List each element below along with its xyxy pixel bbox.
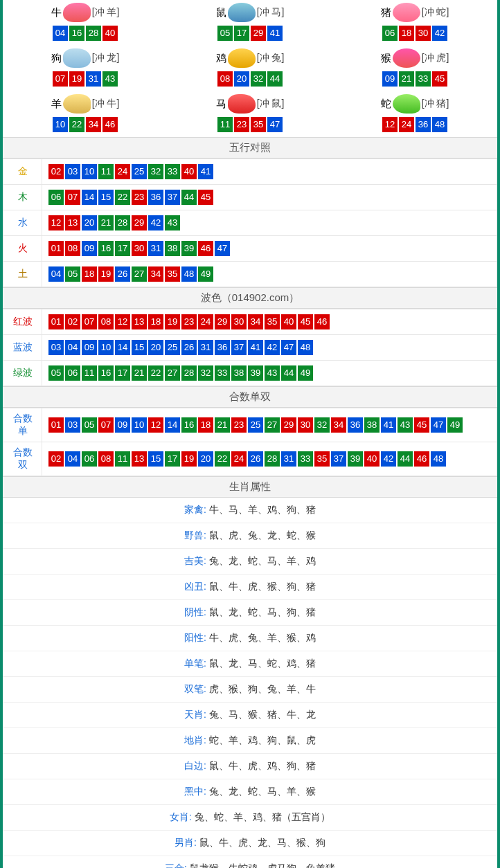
number-ball: 20 <box>82 215 97 230</box>
number-ball: 07 <box>98 417 114 433</box>
number-ball: 49 <box>198 266 213 282</box>
number-ball: 40 <box>281 314 296 329</box>
number-ball: 27 <box>265 417 280 433</box>
number-ball: 38 <box>231 365 247 381</box>
number-ball: 09 <box>115 417 130 433</box>
number-ball: 07 <box>65 190 80 205</box>
number-ball: 44 <box>398 451 413 467</box>
attribute-value: 鼠龙猴、牛蛇鸡、虎马狗、兔羊猪 <box>190 862 335 868</box>
number-ball: 26 <box>248 451 263 467</box>
number-ball: 24 <box>231 451 247 467</box>
number-ball: 35 <box>165 266 180 282</box>
number-ball: 27 <box>132 266 147 282</box>
number-ball: 06 <box>65 365 80 381</box>
number-ball: 42 <box>381 451 396 467</box>
zodiac-conflict: [冲 鼠] <box>257 98 285 110</box>
row-label: 土 <box>3 262 42 287</box>
attribute-value: 鼠、牛、虎、龙、马、猴、狗 <box>199 837 325 848</box>
attribute-row: 凶丑:鼠、牛、虎、猴、狗、猪 <box>3 575 497 600</box>
number-ball: 39 <box>348 451 363 467</box>
number-ball: 43 <box>102 71 118 87</box>
section-header-shuxing: 生肖属性 <box>3 476 497 498</box>
number-ball: 19 <box>98 266 114 282</box>
number-ball: 30 <box>231 314 247 329</box>
number-ball: 45 <box>298 314 313 329</box>
row-numbers: 06071415222336374445 <box>42 185 497 210</box>
number-ball: 41 <box>267 26 283 41</box>
number-ball: 45 <box>414 417 429 433</box>
number-ball: 42 <box>148 215 163 230</box>
number-ball: 10 <box>82 164 97 179</box>
zodiac-name: 蛇 <box>381 98 391 111</box>
number-ball: 12 <box>382 117 398 132</box>
zodiac-cell: 牛[冲 羊]04162840 <box>3 0 168 46</box>
zodiac-numbers: 07193143 <box>3 71 168 87</box>
attribute-label: 女肖: <box>170 811 192 822</box>
number-ball: 15 <box>148 451 163 467</box>
number-ball: 41 <box>198 164 213 179</box>
section-header-heshu: 合数单双 <box>3 386 497 408</box>
attribute-row: 阳性:牛、虎、兔、羊、猴、鸡 <box>3 626 497 651</box>
zodiac-cell: 马[冲 鼠]11233547 <box>168 91 332 137</box>
attribute-label: 三合: <box>165 862 187 868</box>
table-row: 红波0102070812131819232429303435404546 <box>3 309 497 335</box>
table-row: 火0108091617303138394647 <box>3 236 497 262</box>
number-ball: 03 <box>65 417 80 433</box>
zodiac-name: 鼠 <box>216 6 226 19</box>
number-ball: 28 <box>265 451 280 467</box>
number-ball: 41 <box>248 340 263 355</box>
number-ball: 47 <box>431 417 446 433</box>
number-ball: 37 <box>231 340 247 355</box>
number-ball: 36 <box>148 190 163 205</box>
number-ball: 36 <box>348 417 363 433</box>
table-row: 水1213202128294243 <box>3 210 497 236</box>
zodiac-name: 狗 <box>51 52 62 65</box>
zodiac-name: 猪 <box>381 6 391 19</box>
number-ball: 05 <box>217 26 233 41</box>
row-numbers: 05061116172122272832333839434449 <box>42 361 497 386</box>
number-ball: 43 <box>165 215 180 230</box>
number-ball: 26 <box>181 340 197 355</box>
row-numbers: 0103050709101214161821232527293032343638… <box>42 408 497 442</box>
zodiac-icon <box>393 94 420 114</box>
number-ball: 08 <box>217 71 233 87</box>
attribute-value: 兔、龙、蛇、马、羊、猴 <box>209 786 316 797</box>
number-ball: 04 <box>65 451 80 467</box>
number-ball: 06 <box>82 451 97 467</box>
zodiac-cell: 蛇[冲 猪]12243648 <box>332 91 497 137</box>
number-ball: 45 <box>198 190 213 205</box>
number-ball: 25 <box>165 340 180 355</box>
number-ball: 11 <box>98 164 114 179</box>
attribute-label: 凶丑: <box>184 581 206 592</box>
number-ball: 32 <box>148 164 163 179</box>
number-ball: 24 <box>198 314 213 329</box>
number-ball: 20 <box>234 71 249 87</box>
number-ball: 22 <box>215 451 230 467</box>
zodiac-numbers: 10223446 <box>3 116 168 133</box>
zodiac-name: 马 <box>216 98 226 111</box>
attribute-value: 牛、马、羊、鸡、狗、猪 <box>209 504 316 515</box>
number-ball: 23 <box>181 314 197 329</box>
attribute-list: 家禽:牛、马、羊、鸡、狗、猪野兽:鼠、虎、兔、龙、蛇、猴吉美:兔、龙、蛇、马、羊… <box>3 498 497 868</box>
number-ball: 32 <box>251 71 266 87</box>
number-ball: 19 <box>165 314 180 329</box>
attribute-row: 野兽:鼠、虎、兔、龙、蛇、猴 <box>3 523 497 549</box>
zodiac-icon <box>63 48 91 68</box>
attribute-value: 虎、猴、狗、兔、羊、牛 <box>209 683 316 694</box>
number-ball: 46 <box>198 241 213 256</box>
zodiac-cell: 鼠[冲 马]05172941 <box>168 0 332 46</box>
number-ball: 30 <box>132 241 147 256</box>
attribute-label: 阳性: <box>184 632 206 643</box>
row-numbers: 0204060811131517192022242628313335373940… <box>42 442 497 476</box>
number-ball: 42 <box>265 340 280 355</box>
number-ball: 09 <box>82 340 97 355</box>
attribute-value: 兔、龙、蛇、马、羊、鸡 <box>209 555 316 566</box>
attribute-label: 野兽: <box>184 530 206 541</box>
row-label: 绿波 <box>3 361 42 386</box>
number-ball: 15 <box>98 190 114 205</box>
number-ball: 05 <box>65 266 80 282</box>
attribute-row: 双笔:虎、猴、狗、兔、羊、牛 <box>3 677 497 703</box>
number-ball: 21 <box>132 365 147 381</box>
number-ball: 04 <box>48 266 64 282</box>
number-ball: 48 <box>298 340 313 355</box>
